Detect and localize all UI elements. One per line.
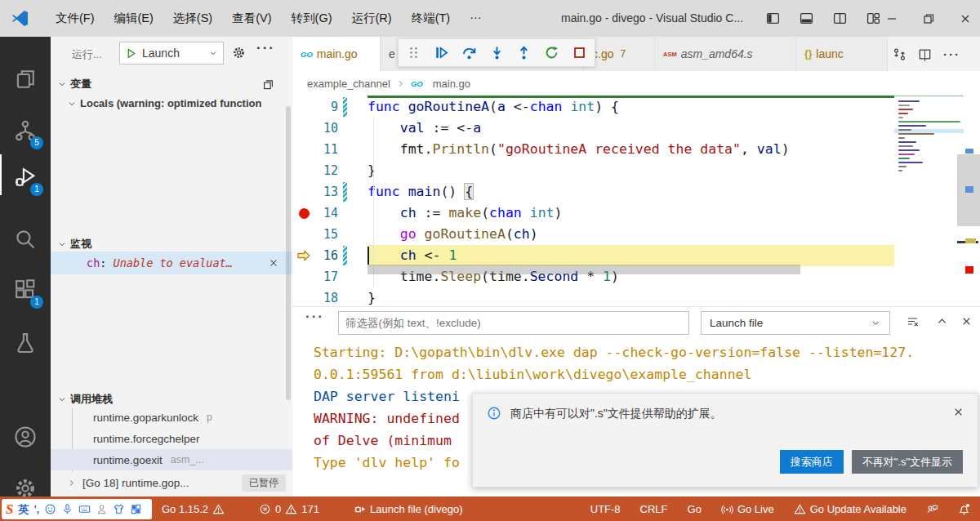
maximize-panel-icon[interactable]	[936, 315, 948, 327]
watch-section-header[interactable]: 监视	[51, 235, 292, 253]
collapse-icon[interactable]	[262, 78, 274, 91]
customize-layout-icon[interactable]	[866, 11, 880, 25]
statusbar-go-live[interactable]: Go Live	[721, 503, 774, 515]
ime-toolbox-icon[interactable]	[130, 503, 142, 515]
variables-section-header[interactable]: 变量	[51, 75, 292, 93]
broadcast-icon	[721, 503, 733, 515]
minimap-line	[898, 117, 903, 118]
statusbar-go-version[interactable]: Go 1.15.2	[162, 503, 225, 515]
menu-G[interactable]: 转到(G)	[282, 7, 342, 30]
split-editor-icon[interactable]	[918, 47, 932, 61]
activitybar-source-control[interactable]: 5	[0, 110, 51, 151]
statusbar-eol[interactable]: CRLF	[640, 503, 668, 515]
code-line-13[interactable]: 13func main() {	[292, 181, 894, 203]
statusbar-language[interactable]: Go	[688, 503, 702, 515]
restore-button[interactable]	[922, 12, 935, 25]
menu-E[interactable]: 编辑(E)	[105, 7, 163, 30]
statusbar-go-update[interactable]: Go Update Available	[794, 503, 906, 515]
debug-config-select[interactable]: Launch	[119, 42, 224, 65]
sogou-logo-icon[interactable]: S	[6, 501, 13, 518]
breadcrumb-file[interactable]: main.go	[433, 78, 470, 90]
code-line-11[interactable]: 11 fmt.Println("goRoutineA received the …	[292, 139, 894, 160]
title-bar: 文件(F)编辑(E)选择(S)查看(V)转到(G)运行(R)终端(T)··· m…	[0, 0, 980, 37]
callstack-section-header[interactable]: 调用堆栈	[51, 390, 292, 408]
code-line-12[interactable]: 12}	[292, 160, 894, 181]
statusbar-problems[interactable]: 0171	[259, 503, 319, 515]
ime-voice-icon[interactable]	[61, 503, 74, 515]
callstack-frame[interactable]: runtime.goparkunlockp	[51, 407, 292, 428]
toggle-sidebar-icon[interactable]	[766, 11, 780, 25]
activitybar-extensions[interactable]: 1	[0, 269, 51, 310]
stop-button[interactable]	[568, 42, 590, 64]
minimap[interactable]	[894, 96, 964, 306]
ime-skin-icon[interactable]	[96, 503, 108, 515]
breadcrumb-folder[interactable]: example_channel	[307, 78, 390, 90]
activitybar-search[interactable]	[0, 219, 51, 260]
ime-emoji-icon[interactable]	[44, 503, 56, 515]
frame-function: runtime.forcegchelper	[93, 433, 200, 445]
step-over-button[interactable]	[458, 42, 480, 64]
panel-more-icon[interactable]: ···	[305, 309, 324, 325]
split-editor-icon[interactable]	[833, 11, 847, 25]
indent-guide	[373, 118, 374, 287]
step-out-button[interactable]	[513, 42, 535, 64]
activitybar-explorer[interactable]	[0, 59, 51, 100]
close-window-button[interactable]	[959, 12, 972, 25]
console-session-select[interactable]: Launch file	[701, 311, 890, 335]
ime-keyboard-icon[interactable]	[78, 503, 91, 515]
step-into-button[interactable]	[486, 42, 508, 64]
sidebar-more-icon[interactable]: ···	[256, 40, 275, 56]
tab-asm_amd64.s[interactable]: ASMasm_amd64.s	[655, 37, 796, 71]
locals-scope-label: Locals (warning: optimized function	[80, 97, 261, 109]
code-line-16[interactable]: 16 ch <- 1	[292, 245, 894, 266]
start-debug-icon[interactable]	[125, 47, 137, 60]
ime-wardrobe-icon[interactable]	[113, 503, 125, 515]
ime-language-toggle[interactable]: 英	[18, 502, 29, 517]
close-panel-icon[interactable]	[960, 315, 973, 327]
statusbar-feedback[interactable]	[926, 503, 938, 515]
debug-settings-gear-icon[interactable]	[232, 46, 246, 60]
activitybar-run-debug[interactable]: 1	[0, 157, 51, 198]
dont-show-again-button[interactable]: 不再对".s"文件显示	[852, 450, 963, 474]
editor-horizontal-scrollbar[interactable]	[368, 265, 800, 274]
menu-T[interactable]: 终端(T)	[402, 7, 461, 30]
activitybar-test[interactable]	[0, 323, 51, 363]
menu-F[interactable]: 文件(F)	[46, 7, 105, 30]
editor-more-icon[interactable]: ···	[943, 47, 960, 61]
statusbar-debug-session[interactable]: Launch file (divego)	[354, 503, 462, 515]
search-marketplace-button[interactable]: 搜索商店	[780, 450, 844, 474]
callstack-frame[interactable]: runtime.goexitasm_...	[51, 449, 292, 470]
callstack-frame[interactable]: [Go 18] runtime.gop...已暂停	[51, 472, 292, 493]
code-line-15[interactable]: 15 go goRoutineA(ch)	[292, 224, 894, 245]
sidebar-scrollbar[interactable]	[286, 106, 291, 400]
minimize-button[interactable]	[885, 12, 898, 25]
close-notification-icon[interactable]	[952, 406, 964, 418]
clear-console-icon[interactable]	[906, 315, 920, 328]
tab-launc[interactable]: {}launc	[796, 37, 888, 71]
menu-V[interactable]: 查看(V)	[222, 7, 281, 30]
menu-R[interactable]: 运行(R)	[341, 7, 401, 30]
code-line-10[interactable]: 10 val := <-a	[292, 118, 894, 139]
locals-scope-row[interactable]: Locals (warning: optimized function	[67, 97, 292, 109]
open-changes-icon[interactable]	[893, 47, 906, 61]
breadcrumb[interactable]: example_channel GO main.go	[292, 71, 980, 96]
tab-main.go[interactable]: GOmain.go	[292, 37, 381, 71]
code-text: ch <- 1	[368, 245, 457, 266]
remove-watch-icon[interactable]	[268, 257, 279, 269]
continue-button[interactable]	[430, 42, 452, 64]
toggle-panel-icon[interactable]	[800, 11, 813, 25]
console-filter-input[interactable]	[338, 311, 689, 335]
code-line-14[interactable]: 14 ch := make(chan int)	[292, 203, 894, 224]
callstack-frame[interactable]: runtime.forcegchelper	[51, 428, 292, 449]
menu-S[interactable]: 选择(S)	[163, 7, 222, 30]
menu-[interactable]: ···	[460, 7, 492, 30]
watch-item-row[interactable]: ch: Unable to evaluat…	[51, 252, 292, 274]
restart-button[interactable]	[541, 42, 563, 64]
activitybar-account[interactable]	[0, 416, 51, 457]
warning-icon	[212, 503, 225, 515]
code-line-9[interactable]: 9func goRoutineA(a <-chan int) {	[292, 96, 894, 118]
statusbar-encoding[interactable]: UTF-8	[590, 503, 621, 515]
drag-handle-icon[interactable]	[403, 42, 425, 64]
statusbar-notifications[interactable]	[958, 503, 970, 515]
ime-punctuation-toggle[interactable]: ’,	[33, 504, 39, 515]
